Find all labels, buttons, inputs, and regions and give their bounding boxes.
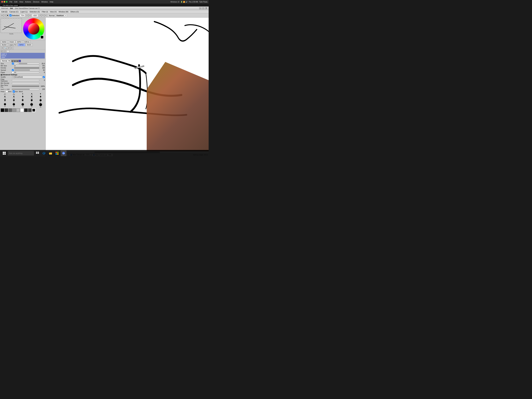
swatch-light-gray[interactable] [13, 108, 16, 112]
menu-canvas[interactable]: Canvas (C) [9, 11, 19, 13]
press-size-check[interactable] [13, 90, 15, 93]
tool-selpen[interactable]: SelPen [16, 41, 23, 43]
menu-edit[interactable]: Edit (E) [1, 11, 8, 13]
taskbar-search[interactable] [8, 151, 34, 156]
zoom-fit[interactable]: ⊡ [26, 14, 28, 17]
menu-view[interactable]: View (V) [49, 11, 57, 13]
shape-btn-4[interactable] [19, 60, 21, 62]
spread-slider[interactable] [14, 70, 39, 71]
size-slider[interactable] [19, 63, 39, 64]
size-preset-2.3[interactable]: 2.3 [1, 96, 9, 99]
density-slider[interactable] [14, 67, 39, 69]
size-preset-0.7[interactable]: 0.7 [1, 93, 9, 96]
size-preset-12[interactable]: 12 [10, 103, 18, 108]
file-explorer-icon[interactable] [48, 150, 53, 156]
tool-eraser[interactable]: Eraser [8, 41, 15, 43]
zoom-select[interactable]: 75% [20, 14, 25, 17]
shape-btn-1[interactable]: ▲ [11, 60, 13, 62]
menu-filter[interactable]: Filter (I) [41, 11, 49, 13]
size-preset-4[interactable]: 4 [36, 96, 45, 99]
mac-menu-devices[interactable]: Devices [33, 1, 39, 3]
swatch-dark2[interactable] [24, 108, 28, 112]
nav-btn-1[interactable]: ⬅ [1, 14, 3, 17]
minimize-btn[interactable]: — [199, 7, 202, 9]
swatch-mid[interactable] [28, 108, 32, 112]
size-preset-10[interactable]: 10 [1, 103, 9, 108]
swatch-active[interactable] [32, 108, 36, 112]
mac-menu-edit[interactable]: Edit [14, 1, 18, 3]
rotate-right[interactable]: ↻ [42, 14, 44, 17]
color-wheel[interactable] [23, 18, 44, 39]
tool-seleras[interactable]: SelEras [23, 41, 30, 43]
restore-btn[interactable]: □ [202, 7, 204, 9]
tool-marker[interactable]: Marker [1, 41, 8, 43]
size-preset-16[interactable]: 16 [27, 103, 36, 108]
size-preset-2.6[interactable]: 2.6 [10, 96, 18, 99]
menu-selection[interactable]: Selection (S) [29, 11, 41, 13]
store-icon[interactable] [54, 150, 60, 156]
layer-delete-btn[interactable]: − [4, 50, 6, 52]
maximize-button[interactable] [6, 1, 7, 3]
mac-menu-view[interactable]: View [19, 1, 23, 3]
size-preset-1.5[interactable]: 1.5 [27, 93, 36, 96]
canvas-area[interactable]: New Canvas.sai 100% New Canvas.sai 100% … [46, 18, 209, 157]
close-btn[interactable]: ✕ [205, 7, 207, 9]
swatch-black[interactable] [1, 108, 4, 112]
hand-tool-icon[interactable]: ✏ [10, 46, 13, 49]
zoom-100[interactable]: 1:1 [29, 14, 31, 17]
tool-sketch[interactable]: Sketch [25, 44, 33, 46]
shape-btn-2[interactable]: ▲ [14, 60, 16, 62]
rotate-left[interactable]: ↺ [39, 14, 41, 17]
min-density-slider[interactable] [12, 83, 39, 84]
menu-layer[interactable]: Layer (L) [19, 11, 28, 13]
layer-1[interactable]: Layer 1 Normal 100% [1, 53, 45, 58]
size-preset-1[interactable]: 1 [19, 93, 27, 96]
menu-window[interactable]: Window (W) [58, 11, 69, 13]
size-preset-7[interactable]: 7 [19, 99, 27, 103]
layer-add-btn[interactable]: + [1, 50, 3, 52]
start-button[interactable] [1, 150, 7, 156]
sai-taskbar-icon[interactable]: SAI [61, 150, 66, 156]
min-size-slider[interactable] [14, 65, 39, 66]
flip-h[interactable]: ⇔ [44, 14, 47, 17]
size-preset-2[interactable]: 2 [36, 93, 45, 96]
menu-others[interactable]: Others (O) [70, 11, 80, 13]
tool-inkpen[interactable]: InkPen [18, 44, 25, 46]
brush-mode-select[interactable]: Normal [1, 59, 11, 62]
size-preset-3[interactable]: 3 [19, 96, 27, 99]
navigator-thumbnail[interactable] [1, 18, 22, 33]
size-preset-14[interactable]: 14 [19, 103, 27, 108]
swatch-lighter-gray[interactable] [16, 108, 20, 112]
tool-legacy-pen[interactable]: Legacy Pen [8, 44, 18, 46]
shape-btn-3[interactable]: ▲ [16, 60, 19, 62]
nav-btn-3[interactable]: ⬣ [6, 14, 9, 17]
color-swatch-black[interactable] [40, 36, 44, 39]
paper-checkbox[interactable] [12, 71, 14, 73]
size-preset-3.5[interactable]: 3.5 [27, 96, 36, 99]
task-view-button[interactable] [35, 150, 40, 156]
move-tool-icon[interactable]: ✛ [1, 46, 4, 49]
size-preset-0.8[interactable]: 0.8 [10, 93, 18, 96]
hard-soft-slider[interactable] [12, 89, 39, 90]
max-dens-prs-slider[interactable] [12, 86, 39, 87]
edge-hardness-slider[interactable] [12, 80, 39, 81]
size-preset-20[interactable]: 20 [36, 103, 45, 108]
rotate-tool-icon[interactable]: ↺ [7, 46, 10, 49]
mac-menu-help[interactable]: Help [50, 1, 53, 3]
minimize-button[interactable] [4, 1, 5, 3]
swatch-white[interactable] [20, 108, 24, 112]
size-preset-5[interactable]: 5 [1, 99, 9, 103]
size-preset-8[interactable]: 8 [27, 99, 36, 103]
advanced-settings-header[interactable]: Advanced Settings [1, 74, 45, 76]
nav-btn-2[interactable]: ⬡ [3, 14, 6, 17]
press-dens-check[interactable] [6, 90, 8, 93]
size-preset-6[interactable]: 6 [10, 99, 18, 103]
mac-menu-actions[interactable]: Actions [25, 1, 31, 3]
edge-icon[interactable] [41, 150, 47, 156]
size-preset-9[interactable]: 9 [36, 99, 45, 103]
tool-bucket[interactable]: Bucket [1, 44, 8, 46]
close-button[interactable] [1, 1, 3, 3]
rotation-field[interactable]: +000° [32, 14, 38, 17]
mac-menu-window[interactable]: Window [41, 1, 48, 3]
swatch-gray[interactable] [8, 108, 12, 112]
